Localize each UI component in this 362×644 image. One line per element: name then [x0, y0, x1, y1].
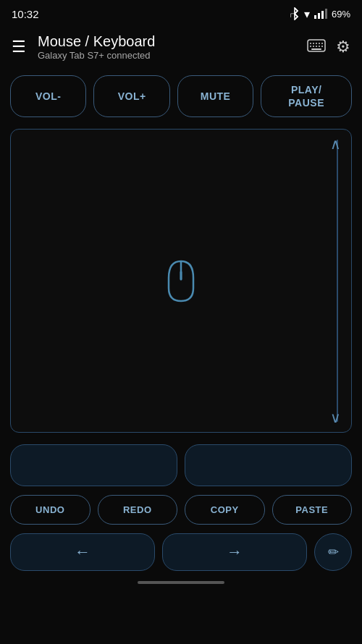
connection-status: Galaxy Tab S7+ connected [38, 50, 155, 61]
svg-rect-1 [314, 15, 316, 19]
page-title: Mouse / Keyboard [38, 33, 155, 50]
settings-icon[interactable]: ⚙ [336, 38, 350, 56]
play-pause-button[interactable]: PLAY/PAUSE [261, 75, 352, 117]
wifi-icon: ▾ [304, 7, 310, 21]
status-icons: ⑁ ▾ 69% [290, 7, 350, 21]
action-buttons-row: UNDO REDO COPY PASTE [0, 486, 362, 525]
edit-button[interactable]: ✏ [314, 533, 352, 571]
left-click-button[interactable] [10, 444, 177, 486]
undo-button[interactable]: UNDO [10, 495, 90, 525]
status-time: 10:32 [12, 8, 39, 20]
mouse-icon [163, 258, 199, 305]
top-bar-right: ⚙ [307, 38, 350, 56]
touchpad-area[interactable]: ∧ ∨ [10, 129, 352, 433]
copy-button[interactable]: COPY [185, 495, 265, 525]
top-bar: ☰ Mouse / Keyboard Galaxy Tab S7+ connec… [0, 27, 362, 67]
nav-buttons-row: ← → ✏ [0, 525, 362, 571]
paste-button[interactable]: PASTE [272, 495, 353, 525]
status-bar: 10:32 ⑁ ▾ 69% [0, 0, 362, 27]
svg-rect-2 [318, 13, 320, 19]
back-button[interactable]: ← [10, 533, 155, 571]
scroll-down-arrow[interactable]: ∨ [330, 409, 341, 426]
vol-minus-button[interactable]: VOL- [10, 75, 86, 117]
keyboard-icon[interactable] [307, 38, 326, 56]
scroll-track [337, 140, 338, 422]
forward-arrow-icon: → [227, 543, 243, 562]
hamburger-icon[interactable]: ☰ [12, 38, 26, 56]
top-bar-left: ☰ Mouse / Keyboard Galaxy Tab S7+ connec… [12, 33, 155, 61]
mute-button[interactable]: MUTE [177, 75, 253, 117]
pencil-icon: ✏ [328, 544, 339, 560]
scroll-up-arrow[interactable]: ∧ [330, 135, 341, 153]
vol-plus-button[interactable]: VOL+ [93, 75, 169, 117]
right-click-button[interactable] [185, 444, 352, 486]
svg-rect-3 [321, 11, 324, 19]
svg-rect-4 [325, 9, 327, 19]
home-indicator [138, 581, 224, 584]
battery-icon: 69% [332, 9, 350, 20]
media-controls: VOL- VOL+ MUTE PLAY/PAUSE [0, 67, 362, 126]
title-area: Mouse / Keyboard Galaxy Tab S7+ connecte… [38, 33, 155, 61]
bluetooth-icon: ⑁ [290, 7, 300, 20]
back-arrow-icon: ← [75, 543, 90, 562]
signal-icon [314, 9, 327, 19]
svg-text:⑁: ⑁ [290, 8, 295, 20]
forward-button[interactable]: → [162, 533, 307, 571]
redo-button[interactable]: REDO [98, 495, 178, 525]
click-buttons-row [0, 436, 362, 486]
